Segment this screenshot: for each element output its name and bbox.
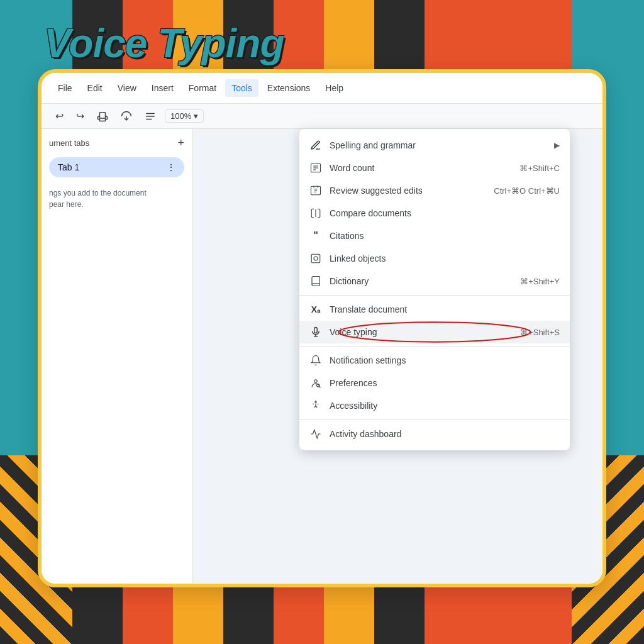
menu-compare[interactable]: Compare documents: [299, 202, 570, 225]
dictionary-label: Dictionary: [330, 276, 513, 286]
stripe-dark-3: [374, 0, 425, 72]
menu-preferences[interactable]: Preferences: [299, 372, 570, 394]
sidebar-header: ument tabs +: [49, 136, 184, 150]
menu-activity[interactable]: Activity dashboard: [299, 423, 570, 445]
svg-point-16: [314, 380, 318, 383]
sidebar-title: ument tabs: [49, 138, 89, 148]
doc-sidebar: ument tabs + Tab 1 ⋮ ngs you add to the …: [42, 129, 192, 583]
undo-button[interactable]: ↩: [52, 108, 67, 125]
linked-icon: [309, 252, 322, 265]
menu-accessibility[interactable]: Accessibility: [299, 394, 570, 417]
add-tab-button[interactable]: +: [177, 136, 184, 150]
compare-icon: [309, 207, 322, 219]
svg-point-11: [314, 257, 318, 260]
voice-typing-shortcut: ⌘+Shift+S: [520, 328, 560, 337]
menu-linked[interactable]: Linked objects: [299, 247, 570, 270]
doc-layout: ument tabs + Tab 1 ⋮ ngs you add to the …: [42, 129, 602, 583]
menu-citations[interactable]: " Citations: [299, 225, 570, 247]
doc-content: Spelling and grammar ▶ Word count ⌘+Shif…: [192, 129, 602, 583]
main-card: File Edit View Insert Format Tools Exten…: [38, 69, 606, 587]
zoom-value: 100%: [170, 111, 191, 121]
preferences-icon: [309, 377, 322, 389]
menu-edit[interactable]: Edit: [81, 79, 109, 97]
divider-1: [299, 295, 570, 296]
menu-insert[interactable]: Insert: [145, 79, 180, 97]
docs-area: File Edit View Insert Format Tools Exten…: [42, 73, 602, 584]
divider-2: [299, 346, 570, 347]
word-count-icon: [309, 162, 322, 174]
menu-format[interactable]: Format: [182, 79, 223, 97]
menu-voice-typing[interactable]: Voice typing ⌘+Shift+S: [299, 321, 570, 343]
menu-review[interactable]: Review suggested edits Ctrl+⌘O Ctrl+⌘U: [299, 179, 570, 202]
menu-dictionary[interactable]: Dictionary ⌘+Shift+Y: [299, 270, 570, 292]
dictionary-icon: [309, 275, 322, 287]
preferences-label: Preferences: [330, 378, 560, 388]
svg-point-19: [315, 401, 316, 402]
mic-icon: [309, 326, 322, 338]
translate-icon: Xₐ: [309, 303, 322, 316]
menu-tools[interactable]: Tools: [225, 79, 258, 97]
activity-icon: [309, 428, 322, 440]
menu-help[interactable]: Help: [319, 79, 350, 97]
voice-typing-label: Voice typing: [330, 327, 513, 337]
svg-rect-0: [100, 118, 106, 121]
format-button[interactable]: [141, 108, 160, 125]
zoom-control[interactable]: 100% ▾: [165, 109, 204, 123]
stripe-red-3: [425, 0, 572, 72]
menu-file[interactable]: File: [52, 79, 79, 97]
zoom-arrow-icon: ▾: [194, 111, 198, 121]
stripe-orange-2: [324, 0, 374, 72]
dictionary-shortcut: ⌘+Shift+Y: [520, 277, 560, 286]
word-count-shortcut: ⌘+Shift+C: [519, 164, 560, 173]
svg-rect-10: [311, 254, 320, 263]
accessibility-label: Accessibility: [330, 401, 560, 411]
menu-translate[interactable]: Xₐ Translate document: [299, 298, 570, 321]
svg-rect-12: [314, 328, 318, 333]
spelling-arrow-icon: ▶: [554, 141, 560, 150]
menu-view[interactable]: View: [111, 79, 143, 97]
spelling-label: Spelling and grammar: [330, 140, 547, 150]
tab-1-label: Tab 1: [58, 162, 79, 172]
redo-button[interactable]: ↪: [72, 108, 88, 125]
tools-dropdown: Spelling and grammar ▶ Word count ⌘+Shif…: [299, 129, 570, 450]
spell-check-icon: [309, 139, 322, 152]
tab-1-menu-icon[interactable]: ⋮: [167, 162, 175, 172]
review-label: Review suggested edits: [330, 186, 486, 196]
accessibility-icon: [309, 399, 322, 412]
menu-notification[interactable]: Notification settings: [299, 349, 570, 372]
review-shortcut: Ctrl+⌘O Ctrl+⌘U: [494, 186, 560, 196]
notification-label: Notification settings: [330, 355, 560, 365]
page-title: Voice Typing: [44, 20, 284, 67]
linked-label: Linked objects: [330, 253, 560, 264]
tab-1[interactable]: Tab 1 ⋮: [49, 157, 184, 177]
print-button[interactable]: [93, 108, 112, 125]
menu-bar: File Edit View Insert Format Tools Exten…: [42, 73, 602, 104]
menu-extensions[interactable]: Extensions: [261, 79, 316, 97]
sidebar-hint: ngs you add to the documentpear here.: [49, 187, 184, 210]
toolbar: ↩ ↪ 100% ▾: [42, 104, 602, 129]
word-count-label: Word count: [330, 163, 512, 173]
translate-label: Translate document: [330, 304, 560, 314]
divider-3: [299, 419, 570, 420]
activity-label: Activity dashboard: [330, 429, 560, 439]
citations-label: Citations: [330, 231, 560, 241]
svg-line-18: [319, 387, 321, 388]
review-icon: [309, 184, 322, 197]
citations-icon: ": [309, 230, 322, 242]
menu-word-count[interactable]: Word count ⌘+Shift+C: [299, 157, 570, 179]
notification-icon: [309, 354, 322, 367]
menu-spelling[interactable]: Spelling and grammar ▶: [299, 134, 570, 157]
paint-button[interactable]: [117, 108, 136, 125]
compare-label: Compare documents: [330, 208, 560, 218]
